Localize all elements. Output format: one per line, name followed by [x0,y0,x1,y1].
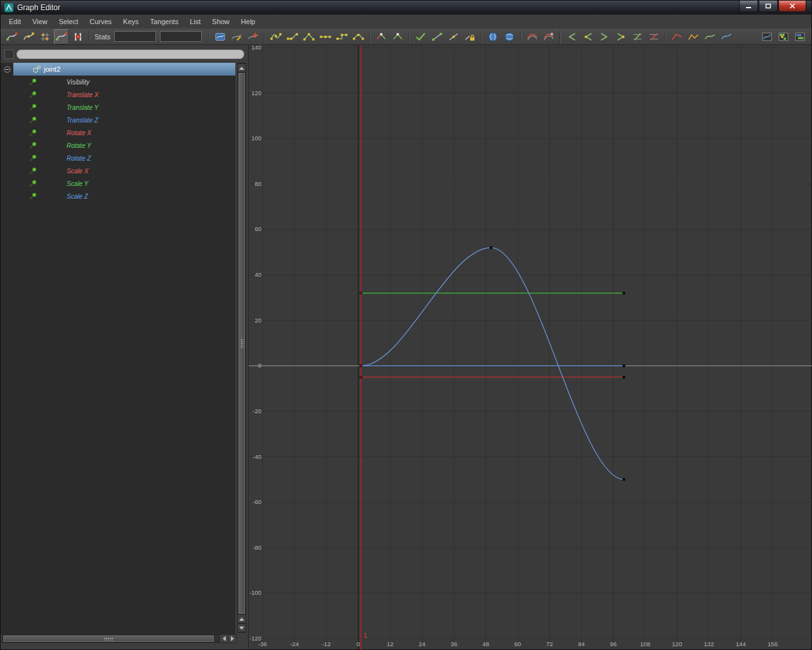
joint-icon [32,65,41,74]
spline-tangents-button[interactable] [268,29,284,44]
auto-tangents-button[interactable] [413,29,428,44]
titlebar[interactable]: Graph Editor [1,1,811,15]
svg-text:-60: -60 [252,498,261,505]
tree-item-scale-y[interactable]: Scale Y [1,177,235,190]
break-tangents-button[interactable] [374,29,389,44]
tree-item-rotate-x[interactable]: Rotate X [1,126,235,139]
region-select-tool-button[interactable] [54,29,69,44]
tree-item-scale-x[interactable]: Scale X [1,164,235,177]
selected-row-highlight: joint2 [13,63,235,76]
collapse-icon[interactable] [4,66,12,73]
unify-tangents-button[interactable] [390,29,405,44]
scroll-up-icon[interactable] [238,614,246,623]
select-tool-button[interactable] [4,29,20,44]
tree-item-visibility[interactable]: Visibility [1,76,235,88]
free-tangent-weight-button[interactable] [429,29,445,44]
svg-text:1: 1 [363,632,367,639]
close-button[interactable] [778,1,806,12]
buffer-curve-snapshot-button[interactable] [525,29,540,44]
post-infinity-cycle-icon [599,31,610,43]
svg-text:80: 80 [254,180,261,187]
open-trax-editor-button[interactable] [792,29,808,44]
open-graph-editor-button[interactable] [759,29,775,44]
add-keys-tool-button[interactable] [246,29,261,44]
fixed-tangent-weight-icon [448,31,459,43]
menu-keys[interactable]: Keys [117,16,144,27]
toolbar-separator [369,30,370,43]
curve-smoothness-rough-button[interactable] [686,29,701,44]
tree-item-rotate-y[interactable]: Rotate Y [1,139,235,152]
menu-help[interactable]: Help [235,16,261,27]
outliner-vertical-scrollbar[interactable] [237,63,246,633]
channel-filter-input[interactable] [16,50,244,59]
menu-show[interactable]: Show [206,16,235,27]
swap-buffer-curves-button[interactable] [541,29,556,44]
post-infinity-cycle-offset-button[interactable] [613,29,629,44]
disable-normalized-display-button[interactable] [646,29,662,44]
insert-keys-tool-button[interactable] [229,29,244,44]
scroll-right-icon[interactable] [228,635,236,642]
post-infinity-cycle-button[interactable] [597,29,612,44]
scroll-up-icon[interactable] [238,63,246,72]
horizontal-scroll-thumb[interactable] [3,635,214,642]
vertical-scroll-thumb[interactable] [239,73,245,614]
stats-field-2[interactable] [160,31,202,42]
scroll-down-icon[interactable] [238,623,246,632]
menu-bar: EditViewSelectCurvesKeysTangentsListShow… [1,15,811,29]
stats-field-1[interactable] [114,31,156,42]
open-dope-sheet-icon [778,31,789,43]
plateau-tangents-button[interactable] [351,29,366,44]
outliner-horizontal-scrollbar[interactable] [2,634,237,643]
value-snap-button[interactable] [502,29,517,44]
toolbar-separator [520,30,521,43]
blue-spline-curve [361,248,624,479]
clamped-tangents-button[interactable] [285,29,300,44]
tree-item-joint2[interactable]: joint2 [1,63,235,76]
menu-tangents[interactable]: Tangents [145,16,185,27]
fixed-tangent-weight-button[interactable] [446,29,461,44]
curve-smoothness-medium-button[interactable] [702,29,717,44]
svg-text:144: 144 [736,640,746,647]
frame-all-button[interactable] [213,29,228,44]
open-dope-sheet-button[interactable] [776,29,791,44]
linear-tangents-button[interactable] [301,29,317,44]
tree-item-translate-z[interactable]: Translate Z [1,114,235,126]
graph-editor-window: Graph Editor EditViewSelectCurvesKeysTan… [0,0,812,650]
tree-item-rotate-z[interactable]: Rotate Z [1,152,235,164]
keyed-channel-icon [29,166,37,175]
maximize-button[interactable] [759,1,778,12]
tree-item-scale-z[interactable]: Scale Z [1,190,235,202]
maya-app-icon [4,3,13,12]
minimize-button[interactable] [739,1,758,12]
lock-tangent-weight-button[interactable] [462,29,478,44]
pre-infinity-cycle-offset-button[interactable] [580,29,596,44]
menu-view[interactable]: View [27,16,53,27]
time-snap-button[interactable] [485,29,501,44]
move-keys-tool-button[interactable] [21,29,36,44]
svg-text:156: 156 [768,640,778,647]
attribute-label: Rotate Y [67,142,91,149]
menu-select[interactable]: Select [53,16,84,27]
menu-list[interactable]: List [184,16,206,27]
pre-infinity-cycle-button[interactable] [564,29,579,44]
scale-keys-tool-button[interactable] [37,29,53,44]
open-trax-editor-icon [794,31,806,43]
toolbar-separator [481,30,482,43]
menu-edit[interactable]: Edit [3,16,27,27]
disable-normalized-display-icon [648,31,660,43]
enable-normalized-display-button[interactable] [630,29,645,44]
attribute-label: Rotate Z [67,155,91,162]
scroll-left-icon[interactable] [219,635,228,642]
animation-curves-canvas[interactable]: 1140120100806040200-20-40-60-80-100-120-… [249,45,812,650]
flat-tangents-button[interactable] [318,29,333,44]
step-tangents-button[interactable] [334,29,350,44]
graph-view[interactable]: 1140120100806040200-20-40-60-80-100-120-… [248,45,811,649]
filter-menu-icon[interactable] [4,50,14,59]
retime-tool-button[interactable] [70,29,86,44]
curve-smoothness-coarse-button[interactable] [669,29,684,44]
tree-item-translate-x[interactable]: Translate X [1,88,235,101]
curve-smoothness-fine-button[interactable] [719,29,734,44]
svg-text:48: 48 [482,640,489,647]
tree-item-translate-y[interactable]: Translate Y [1,101,235,114]
menu-curves[interactable]: Curves [84,16,117,27]
